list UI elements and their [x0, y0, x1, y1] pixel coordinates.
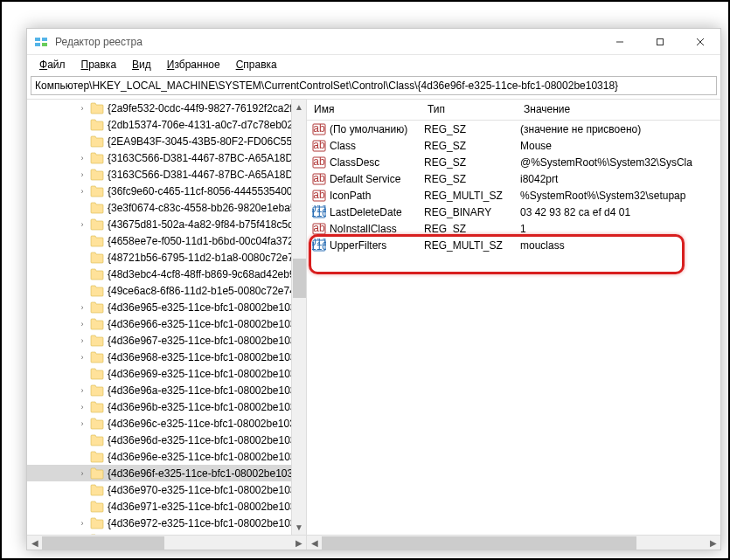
scroll-up-arrow[interactable]: ▲: [292, 100, 307, 114]
list-row[interactable]: abDefault ServiceREG_SZi8042prt: [307, 170, 720, 187]
tree-item-label: {2EA9B43F-3045-43B5-80F2-FD06C55FBE: [108, 135, 306, 148]
address-bar[interactable]: Компьютер\HKEY_LOCAL_MACHINE\SYSTEM\Curr…: [31, 76, 717, 95]
expand-icon[interactable]: ›: [78, 419, 87, 428]
expand-icon[interactable]: ›: [78, 336, 87, 345]
list-row[interactable]: abClassREG_SZMouse: [307, 137, 720, 154]
tree-item-label: {4d36e972-e325-11ce-bfc1-08002be1031: [108, 517, 302, 529]
tree-item[interactable]: {49ce6ac8-6f86-11d2-b1e5-0080c72e74a: [27, 282, 306, 299]
close-button[interactable]: [680, 29, 720, 54]
column-header-value[interactable]: Значение: [517, 100, 720, 120]
string-value-icon: ab: [312, 156, 326, 169]
tree-item[interactable]: ›{4d36e96a-e325-11ce-bfc1-08002be1031: [27, 382, 306, 398]
list-row[interactable]: ab(По умолчанию)REG_SZ(значение не присв…: [307, 121, 720, 137]
tree-item-label: {4d36e96b-e325-11ce-bfc1-08002be1031: [108, 401, 302, 413]
tree-item[interactable]: ›{4d36e968-e325-11ce-bfc1-08002be1031: [27, 349, 306, 365]
column-header-name[interactable]: Имя: [307, 100, 421, 120]
cell-name: LastDeleteDate: [330, 206, 424, 218]
tree-item[interactable]: {3e3f0674-c83c-4558-bb26-9820e1eba5c: [27, 199, 306, 216]
cell-type: REG_SZ: [424, 140, 520, 152]
tree-item[interactable]: ›{4d36e972-e325-11ce-bfc1-08002be1031: [27, 515, 306, 531]
tree-item[interactable]: ›{4d36e96b-e325-11ce-bfc1-08002be1031: [27, 398, 306, 415]
scroll-right-arrow[interactable]: ▶: [291, 536, 306, 550]
list-row[interactable]: abClassDescREG_SZ@%SystemRoot%\System32\…: [307, 154, 720, 170]
menu-view[interactable]: Вид: [125, 57, 158, 73]
expand-icon[interactable]: ›: [78, 170, 87, 179]
menu-edit[interactable]: Правка: [74, 57, 124, 73]
tree-item-label: {4d36e96a-e325-11ce-bfc1-08002be1031: [108, 384, 302, 397]
tree-item[interactable]: {4d36e970-e325-11ce-bfc1-08002be1031: [27, 481, 306, 498]
string-value-icon: ab: [312, 172, 326, 186]
svg-text:ab: ab: [313, 139, 325, 151]
expand-spacer: [78, 370, 87, 378]
expand-icon[interactable]: ›: [78, 403, 87, 411]
tree-item-label: {3e3f0674-c83c-4558-bb26-9820e1eba5c: [108, 202, 302, 214]
tree-item[interactable]: {4d36e971-e325-11ce-bfc1-08002be1031: [27, 498, 306, 515]
tree-item[interactable]: ›{3163C566-D381-4467-87BC-A65A18D5B: [27, 149, 306, 166]
menu-file[interactable]: Файл: [32, 57, 73, 73]
tree-horizontal-scrollbar[interactable]: ◀ ▶: [27, 535, 306, 550]
list-row[interactable]: 011110UpperFiltersREG_MULTI_SZmouclass: [307, 237, 720, 253]
expand-icon[interactable]: ›: [78, 519, 87, 528]
tree-item[interactable]: {4658ee7e-f050-11d1-b6bd-00c04fa372a: [27, 232, 306, 249]
expand-icon[interactable]: ›: [78, 386, 87, 395]
tree-item[interactable]: {2db15374-706e-4131-a0c7-d7c78eb0289: [27, 116, 306, 133]
list-view[interactable]: ab(По умолчанию)REG_SZ(значение не присв…: [307, 121, 720, 535]
scroll-thumb[interactable]: [322, 536, 636, 550]
list-row[interactable]: abIconPathREG_MULTI_SZ%SystemRoot%\Syste…: [307, 187, 720, 204]
tree-view[interactable]: ›{2a9fe532-0cdc-44f9-9827-76192f2ca2fb{2…: [27, 100, 306, 535]
minimize-button[interactable]: [600, 29, 640, 54]
expand-icon[interactable]: ›: [78, 303, 87, 312]
expand-icon[interactable]: ›: [78, 220, 87, 229]
svg-rect-2: [35, 43, 40, 46]
cell-type: REG_SZ: [424, 173, 520, 185]
expand-icon[interactable]: ›: [78, 187, 87, 196]
tree-item[interactable]: ›{3163C566-D381-4467-87BC-A65A18D5B: [27, 166, 306, 183]
expand-icon[interactable]: ›: [78, 104, 87, 113]
tree-item[interactable]: {48d3ebc4-4cf8-48ff-b869-9c68ad42eb9: [27, 266, 306, 282]
scroll-thumb[interactable]: [42, 536, 164, 550]
tree-item[interactable]: {48721b56-6795-11d2-b1a8-0080c72e74a: [27, 249, 306, 266]
expand-spacer: [78, 121, 87, 129]
list-row[interactable]: abNoInstallClassREG_SZ1: [307, 220, 720, 237]
expand-spacer: [78, 137, 87, 146]
cell-value: (значение не присвоено): [520, 123, 720, 135]
cell-value: %SystemRoot%\System32\setupap: [520, 190, 720, 202]
cell-type: REG_MULTI_SZ: [424, 239, 520, 252]
tree-item[interactable]: ›{4d36e965-e325-11ce-bfc1-08002be1031: [27, 299, 306, 315]
scroll-down-arrow[interactable]: ▼: [292, 520, 307, 535]
tree-item[interactable]: {4d36e96d-e325-11ce-bfc1-08002be1031: [27, 432, 306, 448]
scroll-right-arrow[interactable]: ▶: [706, 536, 720, 550]
tree-item[interactable]: {2EA9B43F-3045-43B5-80F2-FD06C55FBE: [27, 133, 306, 149]
tree-item[interactable]: ›{36fc9e60-c465-11cf-8056-444553540000: [27, 183, 306, 199]
expand-icon[interactable]: ›: [78, 154, 87, 162]
cell-name: UpperFilters: [330, 239, 424, 252]
tree-item[interactable]: ›{4d36e967-e325-11ce-bfc1-08002be1031: [27, 332, 306, 349]
tree-vertical-scrollbar[interactable]: ▲ ▼: [291, 100, 306, 535]
menu-help[interactable]: Справка: [229, 57, 284, 73]
column-header-type[interactable]: Тип: [421, 100, 517, 120]
list-pane: Имя Тип Значение ab(По умолчанию)REG_SZ(…: [307, 100, 720, 550]
tree-item[interactable]: ›{4d36e966-e325-11ce-bfc1-08002be1031: [27, 315, 306, 332]
tree-item[interactable]: ›{4d36e96c-e325-11ce-bfc1-08002be1031: [27, 415, 306, 432]
list-row[interactable]: 011110LastDeleteDateREG_BINARY03 42 93 8…: [307, 204, 720, 220]
list-horizontal-scrollbar[interactable]: ◀ ▶: [307, 535, 720, 550]
tree-item-label: {2db15374-706e-4131-a0c7-d7c78eb0289: [108, 119, 305, 131]
tree-item[interactable]: ›{2a9fe532-0cdc-44f9-9827-76192f2ca2fb: [27, 100, 306, 116]
expand-icon[interactable]: ›: [78, 469, 87, 478]
scroll-thumb[interactable]: [293, 259, 306, 298]
scroll-left-arrow[interactable]: ◀: [27, 536, 42, 550]
expand-icon[interactable]: ›: [78, 353, 87, 362]
svg-text:ab: ab: [313, 189, 325, 201]
list-header: Имя Тип Значение: [307, 100, 720, 121]
tree-item[interactable]: ›{43675d81-502a-4a82-9f84-b75f418c5de: [27, 216, 306, 232]
menu-favorites[interactable]: Избранное: [160, 57, 227, 73]
tree-item[interactable]: {4d36e969-e325-11ce-bfc1-08002be1031: [27, 365, 306, 382]
expand-icon[interactable]: ›: [78, 320, 87, 328]
cell-name: (По умолчанию): [330, 123, 424, 135]
scroll-left-arrow[interactable]: ◀: [307, 536, 322, 550]
tree-item[interactable]: {4d36e96e-e325-11ce-bfc1-08002be1031: [27, 448, 306, 465]
cell-value: @%SystemRoot%\System32\SysCla: [520, 156, 720, 169]
tree-item[interactable]: ›{4d36e96f-e325-11ce-bfc1-08002be10318: [27, 465, 306, 481]
cell-type: REG_MULTI_SZ: [424, 190, 520, 202]
maximize-button[interactable]: [640, 29, 680, 54]
